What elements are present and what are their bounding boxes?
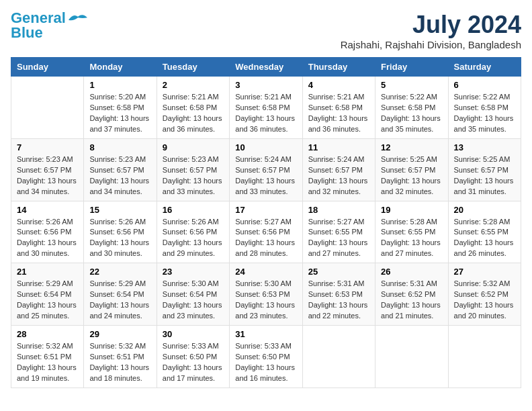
calendar-cell: 14Sunrise: 5:26 AMSunset: 6:56 PMDayligh… xyxy=(11,201,84,263)
day-number: 7 xyxy=(17,142,78,152)
weekday-header-monday: Monday xyxy=(84,58,157,77)
weekday-header-tuesday: Tuesday xyxy=(157,58,229,77)
day-content: Sunrise: 5:26 AMSunset: 6:56 PMDaylight:… xyxy=(89,217,150,260)
day-number: 10 xyxy=(235,142,296,152)
day-number: 5 xyxy=(381,80,442,90)
calendar-cell: 5Sunrise: 5:22 AMSunset: 6:58 PMDaylight… xyxy=(375,77,448,139)
title-section: July 2024 Rajshahi, Rajshahi Division, B… xyxy=(341,11,521,50)
day-number: 25 xyxy=(308,267,369,277)
logo-text: General Blue xyxy=(11,11,66,40)
day-number: 1 xyxy=(89,80,150,90)
day-number: 31 xyxy=(235,329,296,339)
calendar-cell: 11Sunrise: 5:24 AMSunset: 6:57 PMDayligh… xyxy=(302,138,375,201)
day-content: Sunrise: 5:21 AMSunset: 6:58 PMDaylight:… xyxy=(235,92,296,135)
day-content: Sunrise: 5:23 AMSunset: 6:57 PMDaylight:… xyxy=(89,154,150,197)
weekday-header-row: SundayMondayTuesdayWednesdayThursdayFrid… xyxy=(11,58,521,77)
logo-bird-icon xyxy=(69,13,87,25)
day-number: 28 xyxy=(17,329,78,339)
calendar-cell: 30Sunrise: 5:33 AMSunset: 6:50 PMDayligh… xyxy=(157,326,229,388)
calendar-cell: 3Sunrise: 5:21 AMSunset: 6:58 PMDaylight… xyxy=(230,77,302,139)
day-content: Sunrise: 5:32 AMSunset: 6:51 PMDaylight:… xyxy=(89,341,150,384)
calendar-cell xyxy=(11,77,84,139)
day-number: 14 xyxy=(17,205,78,215)
calendar-cell xyxy=(302,326,375,388)
day-content: Sunrise: 5:32 AMSunset: 6:52 PMDaylight:… xyxy=(454,279,515,322)
calendar-cell: 20Sunrise: 5:28 AMSunset: 6:55 PMDayligh… xyxy=(448,201,521,263)
day-content: Sunrise: 5:20 AMSunset: 6:58 PMDaylight:… xyxy=(89,92,150,135)
calendar-cell: 16Sunrise: 5:26 AMSunset: 6:56 PMDayligh… xyxy=(157,201,229,263)
day-number: 18 xyxy=(308,205,369,215)
day-content: Sunrise: 5:21 AMSunset: 6:58 PMDaylight:… xyxy=(308,92,369,135)
weekday-header-wednesday: Wednesday xyxy=(230,58,302,77)
day-number: 11 xyxy=(308,142,369,152)
day-number: 6 xyxy=(454,80,515,90)
day-content: Sunrise: 5:21 AMSunset: 6:58 PMDaylight:… xyxy=(163,92,224,135)
calendar-cell: 26Sunrise: 5:31 AMSunset: 6:52 PMDayligh… xyxy=(375,263,448,326)
week-row-5: 28Sunrise: 5:32 AMSunset: 6:51 PMDayligh… xyxy=(11,326,521,388)
day-number: 15 xyxy=(89,205,150,215)
day-content: Sunrise: 5:28 AMSunset: 6:55 PMDaylight:… xyxy=(454,217,515,260)
calendar-cell: 1Sunrise: 5:20 AMSunset: 6:58 PMDaylight… xyxy=(84,77,157,139)
day-content: Sunrise: 5:25 AMSunset: 6:57 PMDaylight:… xyxy=(381,154,442,197)
week-row-2: 7Sunrise: 5:23 AMSunset: 6:57 PMDaylight… xyxy=(11,138,521,201)
day-number: 22 xyxy=(89,267,150,277)
calendar-cell xyxy=(448,326,521,388)
day-number: 16 xyxy=(163,205,224,215)
day-content: Sunrise: 5:24 AMSunset: 6:57 PMDaylight:… xyxy=(308,154,369,197)
week-row-3: 14Sunrise: 5:26 AMSunset: 6:56 PMDayligh… xyxy=(11,201,521,263)
day-content: Sunrise: 5:31 AMSunset: 6:53 PMDaylight:… xyxy=(308,279,369,322)
day-content: Sunrise: 5:25 AMSunset: 6:57 PMDaylight:… xyxy=(454,154,515,197)
day-content: Sunrise: 5:33 AMSunset: 6:50 PMDaylight:… xyxy=(163,341,224,384)
calendar-cell: 29Sunrise: 5:32 AMSunset: 6:51 PMDayligh… xyxy=(84,326,157,388)
day-content: Sunrise: 5:29 AMSunset: 6:54 PMDaylight:… xyxy=(89,279,150,322)
logo-blue: Blue xyxy=(11,24,43,41)
calendar-cell xyxy=(375,326,448,388)
day-number: 2 xyxy=(163,80,224,90)
day-number: 13 xyxy=(454,142,515,152)
day-number: 30 xyxy=(163,329,224,339)
calendar-cell: 18Sunrise: 5:27 AMSunset: 6:55 PMDayligh… xyxy=(302,201,375,263)
calendar-cell: 25Sunrise: 5:31 AMSunset: 6:53 PMDayligh… xyxy=(302,263,375,326)
week-row-1: 1Sunrise: 5:20 AMSunset: 6:58 PMDaylight… xyxy=(11,77,521,139)
day-number: 26 xyxy=(381,267,442,277)
day-content: Sunrise: 5:33 AMSunset: 6:50 PMDaylight:… xyxy=(235,341,296,384)
day-number: 3 xyxy=(235,80,296,90)
day-number: 21 xyxy=(17,267,78,277)
calendar-cell: 12Sunrise: 5:25 AMSunset: 6:57 PMDayligh… xyxy=(375,138,448,201)
calendar-cell: 17Sunrise: 5:27 AMSunset: 6:56 PMDayligh… xyxy=(230,201,302,263)
calendar-cell: 22Sunrise: 5:29 AMSunset: 6:54 PMDayligh… xyxy=(84,263,157,326)
calendar-cell: 19Sunrise: 5:28 AMSunset: 6:55 PMDayligh… xyxy=(375,201,448,263)
calendar-table: SundayMondayTuesdayWednesdayThursdayFrid… xyxy=(11,57,521,388)
month-year: July 2024 xyxy=(341,11,521,39)
calendar-cell: 15Sunrise: 5:26 AMSunset: 6:56 PMDayligh… xyxy=(84,201,157,263)
weekday-header-sunday: Sunday xyxy=(11,58,84,77)
location: Rajshahi, Rajshahi Division, Bangladesh xyxy=(341,39,521,50)
day-content: Sunrise: 5:30 AMSunset: 6:53 PMDaylight:… xyxy=(235,279,296,322)
day-number: 19 xyxy=(381,205,442,215)
day-number: 27 xyxy=(454,267,515,277)
day-content: Sunrise: 5:32 AMSunset: 6:51 PMDaylight:… xyxy=(17,341,78,384)
day-number: 20 xyxy=(454,205,515,215)
weekday-header-saturday: Saturday xyxy=(448,58,521,77)
day-number: 29 xyxy=(89,329,150,339)
calendar-cell: 8Sunrise: 5:23 AMSunset: 6:57 PMDaylight… xyxy=(84,138,157,201)
day-content: Sunrise: 5:24 AMSunset: 6:57 PMDaylight:… xyxy=(235,154,296,197)
day-content: Sunrise: 5:28 AMSunset: 6:55 PMDaylight:… xyxy=(381,217,442,260)
week-row-4: 21Sunrise: 5:29 AMSunset: 6:54 PMDayligh… xyxy=(11,263,521,326)
day-content: Sunrise: 5:27 AMSunset: 6:56 PMDaylight:… xyxy=(235,217,296,260)
logo: General Blue xyxy=(11,11,87,40)
day-content: Sunrise: 5:22 AMSunset: 6:58 PMDaylight:… xyxy=(454,92,515,135)
calendar-cell: 21Sunrise: 5:29 AMSunset: 6:54 PMDayligh… xyxy=(11,263,84,326)
calendar-cell: 23Sunrise: 5:30 AMSunset: 6:54 PMDayligh… xyxy=(157,263,229,326)
calendar-cell: 10Sunrise: 5:24 AMSunset: 6:57 PMDayligh… xyxy=(230,138,302,201)
day-content: Sunrise: 5:26 AMSunset: 6:56 PMDaylight:… xyxy=(163,217,224,260)
day-content: Sunrise: 5:23 AMSunset: 6:57 PMDaylight:… xyxy=(17,154,78,197)
weekday-header-friday: Friday xyxy=(375,58,448,77)
day-number: 24 xyxy=(235,267,296,277)
calendar-cell: 6Sunrise: 5:22 AMSunset: 6:58 PMDaylight… xyxy=(448,77,521,139)
calendar-cell: 27Sunrise: 5:32 AMSunset: 6:52 PMDayligh… xyxy=(448,263,521,326)
day-number: 8 xyxy=(89,142,150,152)
day-number: 12 xyxy=(381,142,442,152)
weekday-header-thursday: Thursday xyxy=(302,58,375,77)
header: General Blue July 2024 Rajshahi, Rajshah… xyxy=(11,11,521,50)
